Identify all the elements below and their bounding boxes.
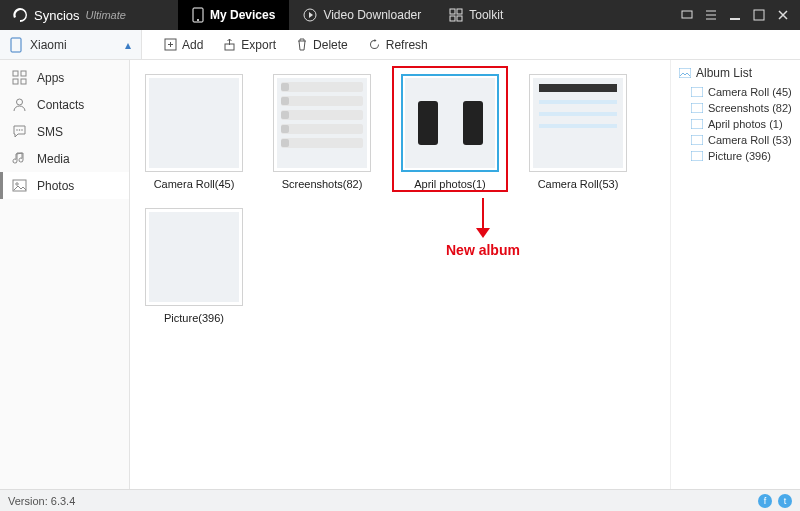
- delete-button[interactable]: Delete: [288, 34, 356, 56]
- svg-rect-23: [691, 87, 703, 97]
- album-list-item-label: Camera Roll (53): [708, 134, 792, 146]
- close-button[interactable]: [776, 8, 790, 22]
- brand-text: Syncios: [34, 8, 80, 23]
- album-list-item[interactable]: Screenshots (82): [679, 100, 792, 116]
- album-list-title: Album List: [696, 66, 752, 80]
- sidebar-item-label: Contacts: [37, 98, 84, 112]
- action-label: Delete: [313, 38, 348, 52]
- svg-point-19: [21, 129, 23, 131]
- sidebar-item-media[interactable]: Media: [0, 145, 129, 172]
- export-button[interactable]: Export: [215, 34, 284, 56]
- window-buttons: [680, 8, 800, 22]
- album-list-item[interactable]: April photos (1): [679, 116, 792, 132]
- toolkit-icon: [449, 8, 463, 22]
- album-label: April photos(1): [414, 178, 486, 190]
- action-label: Refresh: [386, 38, 428, 52]
- photos-icon: [12, 178, 27, 193]
- svg-point-17: [16, 129, 18, 131]
- tab-my-devices[interactable]: My Devices: [178, 0, 289, 30]
- album-list-item[interactable]: Camera Roll (45): [679, 84, 792, 100]
- sms-icon: [12, 124, 27, 139]
- annotation-arrow: New album: [446, 198, 520, 258]
- add-button[interactable]: Add: [156, 34, 211, 56]
- contacts-icon: [12, 97, 27, 112]
- svg-rect-27: [691, 151, 703, 161]
- facebook-icon[interactable]: f: [758, 494, 772, 508]
- twitter-icon[interactable]: t: [778, 494, 792, 508]
- media-icon: [12, 151, 27, 166]
- album-list-item[interactable]: Camera Roll (53): [679, 132, 792, 148]
- menu-icon[interactable]: [704, 8, 718, 22]
- sidebar-item-label: Photos: [37, 179, 74, 193]
- trash-icon: [296, 38, 308, 51]
- album-thumbnail: [149, 78, 239, 168]
- svg-rect-9: [11, 38, 21, 52]
- sidebar-item-sms[interactable]: SMS: [0, 118, 129, 145]
- status-bar: Version: 6.3.4 f t: [0, 489, 800, 511]
- tab-label: Toolkit: [469, 8, 503, 22]
- tab-label: Video Downloader: [323, 8, 421, 22]
- svg-rect-5: [450, 16, 455, 21]
- album-thumbnail: [405, 78, 495, 168]
- arrow-down-icon: [476, 228, 490, 238]
- tab-toolkit[interactable]: Toolkit: [435, 0, 517, 30]
- svg-rect-8: [754, 10, 764, 20]
- sidebar: Apps Contacts SMS Media Photos: [0, 60, 130, 489]
- sidebar-item-label: Media: [37, 152, 70, 166]
- main-tabs: My Devices Video Downloader Toolkit: [178, 0, 517, 30]
- album-label: Picture(396): [164, 312, 224, 324]
- svg-rect-4: [457, 9, 462, 14]
- svg-rect-25: [691, 119, 703, 129]
- album-screenshots[interactable]: Screenshots(82): [272, 74, 372, 190]
- album-label: Screenshots(82): [282, 178, 363, 190]
- album-list-item-label: Camera Roll (45): [708, 86, 792, 98]
- album-list-item-label: Picture (396): [708, 150, 771, 162]
- svg-rect-13: [21, 71, 26, 76]
- apps-icon: [12, 70, 27, 85]
- svg-rect-6: [457, 16, 462, 21]
- device-name: Xiaomi: [30, 38, 67, 52]
- album-april-photos[interactable]: April photos(1): [400, 74, 500, 190]
- sidebar-item-photos[interactable]: Photos: [0, 172, 129, 199]
- album-list-item-label: Screenshots (82): [708, 102, 792, 114]
- annotation-label: New album: [446, 242, 520, 258]
- album-picture[interactable]: Picture(396): [144, 208, 244, 324]
- album-thumbnail: [149, 212, 239, 302]
- album-thumbnail: [277, 78, 367, 168]
- svg-rect-7: [682, 11, 692, 18]
- album-camera-roll[interactable]: Camera Roll(45): [144, 74, 244, 190]
- toolbar: Xiaomi ▴ Add Export Delete Refresh: [0, 30, 800, 60]
- album-grid: Camera Roll(45) Screenshots(82) April ph…: [130, 60, 670, 489]
- sidebar-item-apps[interactable]: Apps: [0, 64, 129, 91]
- phone-icon: [192, 7, 204, 23]
- album-thumbnail: [533, 78, 623, 168]
- album-list-item-label: April photos (1): [708, 118, 783, 130]
- refresh-button[interactable]: Refresh: [360, 34, 436, 56]
- svg-rect-22: [679, 68, 691, 78]
- sidebar-item-contacts[interactable]: Contacts: [0, 91, 129, 118]
- plus-icon: [164, 38, 177, 51]
- svg-rect-14: [13, 79, 18, 84]
- tab-video-downloader[interactable]: Video Downloader: [289, 0, 435, 30]
- maximize-button[interactable]: [752, 8, 766, 22]
- device-selector[interactable]: Xiaomi ▴: [0, 30, 142, 59]
- svg-rect-24: [691, 103, 703, 113]
- chevron-up-icon: ▴: [125, 38, 131, 52]
- action-bar: Add Export Delete Refresh: [142, 30, 436, 59]
- notification-icon[interactable]: [680, 8, 694, 22]
- album-list-item[interactable]: Picture (396): [679, 148, 792, 164]
- svg-rect-26: [691, 135, 703, 145]
- minimize-button[interactable]: [728, 8, 742, 22]
- edition-text: Ultimate: [86, 9, 126, 21]
- version-text: Version: 6.3.4: [8, 495, 75, 507]
- album-list-header: Album List: [679, 66, 792, 80]
- main-content: Camera Roll(45) Screenshots(82) April ph…: [130, 60, 800, 489]
- tab-label: My Devices: [210, 8, 275, 22]
- svg-point-18: [19, 129, 21, 131]
- album-label: Camera Roll(53): [538, 178, 619, 190]
- svg-rect-15: [21, 79, 26, 84]
- album-camera-roll-2[interactable]: Camera Roll(53): [528, 74, 628, 190]
- picture-icon: [679, 68, 691, 78]
- svg-point-21: [16, 183, 18, 185]
- export-icon: [223, 38, 236, 51]
